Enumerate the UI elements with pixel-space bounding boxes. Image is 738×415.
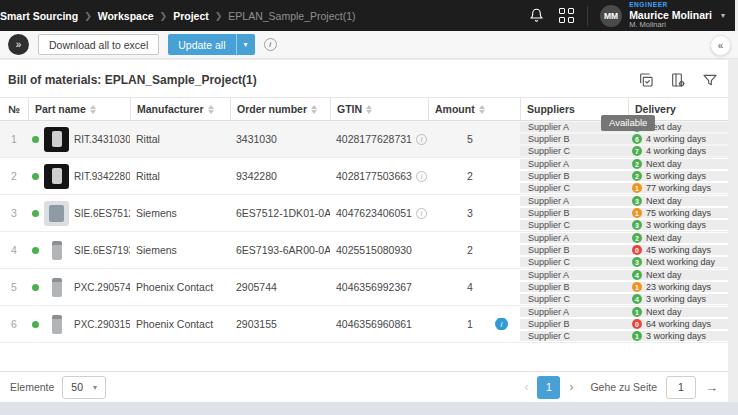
suppliers-cell: Supplier ASupplier BSupplier C <box>520 158 628 194</box>
suppliers-cell: Supplier ASupplier BSupplier C <box>520 269 628 305</box>
table-settings-icon[interactable] <box>669 71 686 88</box>
availability-badge: 0 <box>632 245 642 255</box>
previous-page-button[interactable]: ‹ <box>524 380 528 394</box>
part-thumbnail <box>44 238 69 263</box>
gtin-value: 4025515080930 <box>336 244 412 256</box>
breadcrumb-separator: ❯ <box>213 11 225 21</box>
column-header-amount[interactable]: Amount <box>428 98 520 120</box>
delivery-line: 4Next day <box>628 270 728 281</box>
suppliers-cell: Supplier ASupplier BSupplier C <box>520 195 628 231</box>
next-page-button[interactable]: › <box>569 380 573 394</box>
user-menu[interactable]: MM ENGINEER Maurice Molinari M. Molinari… <box>600 1 725 29</box>
app-window: Smart Sourcing ❯ Workspace ❯ Project ❯ E… <box>0 0 738 415</box>
part-cell: RIT.3431030 <box>28 127 130 152</box>
availability-badge: 1 <box>632 307 642 317</box>
table-row[interactable]: 6 PXC.2903155 Phoenix Contact 2903155 40… <box>0 306 728 343</box>
part-thumbnail <box>44 275 69 300</box>
amount-cell: 4 <box>428 281 520 293</box>
availability-badge: 2 <box>632 171 642 181</box>
delivery-time: Next day <box>646 159 682 169</box>
part-name: PXC.2905744 <box>74 282 130 293</box>
delivery-line: 25 working days <box>628 171 728 182</box>
gtin-cell: 4047623406051 i <box>330 207 428 219</box>
table-row[interactable]: 5 PXC.2905744 Phoenix Contact 2905744 40… <box>0 269 728 306</box>
breadcrumb: Smart Sourcing ❯ Workspace ❯ Project ❯ E… <box>0 10 360 22</box>
supplier-line: Supplier C <box>520 220 628 231</box>
expand-panel-button[interactable]: » <box>8 34 29 55</box>
amount-cell: 3 <box>428 207 520 219</box>
availability-badge: 1 <box>632 183 642 193</box>
breadcrumb-current-project: EPLAN_Sample_Project(1) <box>224 10 359 22</box>
gtin-info-icon[interactable]: i <box>416 134 427 145</box>
part-thumbnail <box>44 312 69 337</box>
amount-info-icon[interactable]: i <box>495 318 508 330</box>
delivery-line: 2Next day <box>628 159 728 170</box>
part-name: RIT.3431030 <box>74 134 130 145</box>
update-all-dropdown-button[interactable]: ▾ <box>236 34 255 55</box>
part-thumbnail <box>44 164 69 189</box>
manufacturer-cell: Siemens <box>130 207 230 219</box>
supplier-line: Supplier A <box>520 307 628 318</box>
page-size-select[interactable]: 50 ▾ <box>62 376 106 399</box>
delivery-line: 1Next day <box>628 307 728 318</box>
column-header-gtin[interactable]: GTIN <box>330 98 428 120</box>
breadcrumb-project[interactable]: Project <box>169 10 213 22</box>
page-bottom-strip <box>0 402 738 415</box>
notifications-bell-icon[interactable] <box>527 7 545 25</box>
availability-badge: 3 <box>632 220 642 230</box>
delivery-time: 3 working days <box>646 294 706 304</box>
availability-badge: 6 <box>632 134 642 144</box>
manufacturer-cell: Rittal <box>130 170 230 182</box>
breadcrumb-workspace[interactable]: Workspace <box>94 10 158 22</box>
delivery-line: 64 working days <box>628 134 728 145</box>
availability-badge: 3 <box>632 196 642 206</box>
items-per-page-label: Elemente <box>10 381 54 393</box>
supplier-line: Supplier B <box>520 245 628 256</box>
table-row[interactable]: 3 SIE.6ES7512-1DK... Siemens 6ES7512-1DK… <box>0 195 728 232</box>
order-number-cell: 3431030 <box>230 133 330 145</box>
breadcrumb-smart-sourcing[interactable]: Smart Sourcing <box>0 10 82 22</box>
part-cell: SIE.6ES7512-1DK... <box>28 201 130 226</box>
table-row[interactable]: 4 SIE.6ES7193-6AR... Siemens 6ES7193-6AR… <box>0 232 728 269</box>
gtin-info-icon[interactable]: i <box>416 171 427 182</box>
gtin-cell: 4028177503663 i <box>330 170 428 182</box>
copy-selection-icon[interactable] <box>637 71 654 88</box>
status-dot <box>32 247 39 254</box>
column-header-manufacturer[interactable]: Manufacturer <box>130 98 230 120</box>
toolbar-info-icon[interactable]: i <box>264 38 277 51</box>
amount-value: 3 <box>467 207 473 219</box>
delivery-time: 75 working days <box>646 208 711 218</box>
delivery-cell: 2Next day25 working days177 working days <box>628 158 728 194</box>
gtin-cell: 4046356960861 <box>330 318 428 330</box>
toolbar: » Download all to excel Update all ▾ i « <box>0 31 738 59</box>
delivery-cell: 2Next day045 working days3Next working d… <box>628 232 728 268</box>
availability-tooltip: Available <box>601 115 655 131</box>
delivery-line: 064 working days <box>628 319 728 330</box>
gtin-info-icon[interactable]: i <box>416 208 427 219</box>
row-number: 1 <box>0 133 28 145</box>
column-header-part-name[interactable]: Part name <box>28 98 130 120</box>
current-page-button[interactable]: 1 <box>537 376 560 399</box>
update-all-button[interactable]: Update all <box>168 34 235 55</box>
gtin-value: 4028177628731 <box>336 133 412 145</box>
order-number-cell: 9342280 <box>230 170 330 182</box>
sort-icon <box>311 105 317 114</box>
apps-grid-icon[interactable] <box>557 7 575 25</box>
download-excel-button[interactable]: Download all to excel <box>38 34 159 55</box>
amount-value: 2 <box>467 244 473 256</box>
supplier-line: Supplier B <box>520 208 628 219</box>
amount-cell: 1 i <box>428 318 520 330</box>
filter-icon[interactable] <box>701 71 718 88</box>
sort-icon <box>90 105 96 114</box>
goto-page-input[interactable] <box>666 376 696 399</box>
gtin-value: 4046356992367 <box>336 281 412 293</box>
availability-badge: 4 <box>632 294 642 304</box>
amount-cell: 2 <box>428 244 520 256</box>
goto-page-arrow-button[interactable]: → <box>705 380 718 395</box>
user-role-label: ENGINEER <box>629 1 712 8</box>
amount-value: 2 <box>467 170 473 182</box>
part-name: PXC.2903155 <box>74 319 130 330</box>
table-row[interactable]: 2 RIT.9342280 Rittal 9342280 40281775036… <box>0 158 728 195</box>
collapse-panel-button[interactable]: « <box>710 35 731 56</box>
column-header-order-number[interactable]: Order number <box>230 98 330 120</box>
